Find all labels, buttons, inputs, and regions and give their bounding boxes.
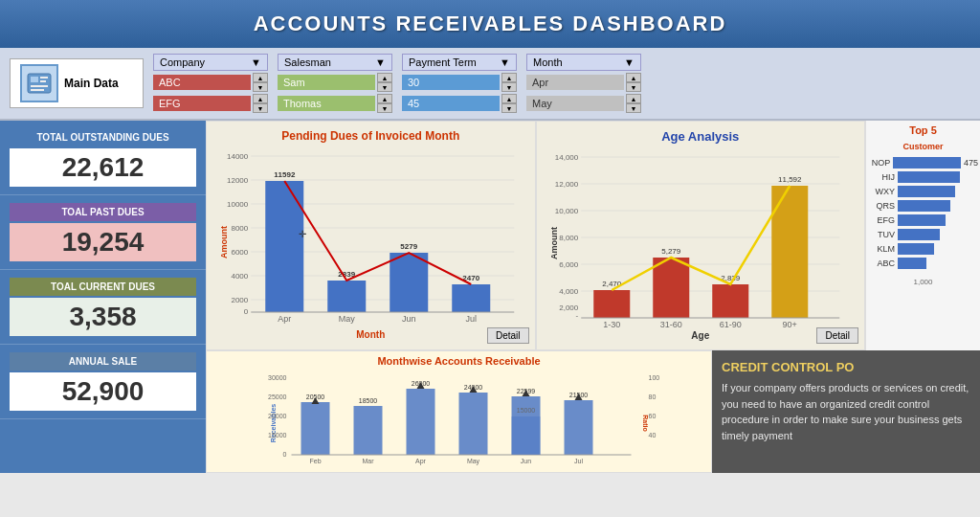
svg-rect-4 bbox=[31, 85, 48, 87]
main-content: TOTAL OUTSTANDING DUES 22,612 TOAL PAST … bbox=[0, 121, 980, 473]
svg-rect-73 bbox=[459, 393, 488, 455]
main-data-icon bbox=[20, 64, 58, 102]
svg-text:5279: 5279 bbox=[400, 242, 417, 251]
bar-31-60 bbox=[653, 258, 689, 318]
top5-bar-nop bbox=[893, 157, 961, 169]
payment-item-2[interactable]: 45 bbox=[402, 96, 500, 111]
stats-panel: TOTAL OUTSTANDING DUES 22,612 TOAL PAST … bbox=[0, 121, 206, 473]
top5-row-hij: HIJ bbox=[868, 171, 978, 183]
payment-item-1[interactable]: 30 bbox=[402, 75, 500, 90]
svg-text:Ratio: Ratio bbox=[642, 415, 649, 432]
svg-text:18500: 18500 bbox=[359, 397, 378, 404]
age-detail-button[interactable]: Detail bbox=[816, 327, 858, 344]
top-charts-row: Pending Dues of Invoiced Month Amount 14… bbox=[206, 121, 980, 350]
company-item-2[interactable]: EFG bbox=[153, 96, 251, 111]
svg-text:8,000: 8,000 bbox=[559, 234, 579, 242]
svg-text:Jul: Jul bbox=[465, 314, 477, 324]
svg-text:4,000: 4,000 bbox=[559, 287, 579, 296]
svg-text:60: 60 bbox=[649, 413, 657, 419]
main-data-button[interactable]: Main Data bbox=[10, 58, 144, 108]
credit-control-box: CREDIT CONTROL PO If your company offers… bbox=[712, 350, 980, 473]
bar-may bbox=[327, 281, 366, 312]
svg-text:Apr: Apr bbox=[415, 458, 427, 465]
svg-text:Jun: Jun bbox=[521, 458, 531, 464]
top5-bar-qrs bbox=[898, 200, 950, 212]
salesman-item-2[interactable]: Thomas bbox=[278, 96, 375, 111]
company-item-1[interactable]: ABC bbox=[153, 75, 251, 90]
top5-bar-tuv bbox=[898, 229, 940, 240]
svg-text:0: 0 bbox=[283, 451, 287, 458]
top5-row-abc: ABC bbox=[868, 258, 978, 269]
payment-term-filter-label: Payment Term ▼ bbox=[402, 54, 517, 71]
svg-text:11,592: 11,592 bbox=[778, 175, 802, 184]
past-dues-value: 19,254 bbox=[10, 223, 196, 261]
top5-row-wxy: WXY bbox=[868, 186, 978, 197]
svg-text:1-30: 1-30 bbox=[603, 320, 620, 329]
bar-1-30 bbox=[593, 290, 630, 318]
svg-rect-2 bbox=[40, 77, 48, 79]
age-analysis-svg: Amount 14,000 12,000 10,000 8,000 6,000 … bbox=[545, 147, 858, 334]
top5-x-axis: 1,000 bbox=[866, 276, 980, 288]
current-dues-label: TOAL CURRENT DUES bbox=[10, 278, 196, 296]
svg-text:6,000: 6,000 bbox=[559, 260, 579, 269]
annual-sale-label: ANNUAL SALE bbox=[10, 352, 196, 371]
svg-text:11592: 11592 bbox=[274, 170, 296, 179]
payment-term-filter: Payment Term ▼ 30 ▲▼ 45 ▲▼ bbox=[402, 54, 517, 113]
bottom-charts-row: Monthwise Accounts Receivable Receivable… bbox=[206, 350, 980, 473]
svg-text:30000: 30000 bbox=[268, 374, 287, 381]
svg-text:Amount: Amount bbox=[549, 227, 559, 259]
month-item-1[interactable]: Apr bbox=[526, 75, 624, 90]
credit-control-title: CREDIT CONTROL PO bbox=[722, 360, 970, 374]
top5-title: Top 5 bbox=[866, 121, 980, 140]
monthwise-svg: Receivables Ratio 30000 25000 20000 1500… bbox=[214, 371, 703, 466]
svg-text:12000: 12000 bbox=[227, 176, 249, 185]
annual-sale-value: 52,900 bbox=[10, 372, 196, 411]
svg-text:May: May bbox=[339, 314, 356, 324]
charts-area: Pending Dues of Invoiced Month Amount 14… bbox=[206, 121, 980, 473]
svg-text:May: May bbox=[467, 458, 480, 465]
svg-rect-77 bbox=[565, 400, 593, 455]
page-title: ACCOUNTS RECEIVABLES DASHBOARD bbox=[254, 11, 727, 35]
salesman-item-1[interactable]: Sam bbox=[278, 75, 375, 90]
svg-text:Amount: Amount bbox=[219, 226, 229, 258]
svg-text:31-60: 31-60 bbox=[659, 320, 681, 329]
svg-text:12,000: 12,000 bbox=[554, 180, 578, 189]
svg-text:40: 40 bbox=[649, 432, 657, 438]
trend-line bbox=[284, 181, 471, 284]
svg-text:6000: 6000 bbox=[231, 248, 248, 257]
svg-rect-5 bbox=[31, 89, 44, 91]
month-item-2[interactable]: May bbox=[526, 96, 624, 111]
svg-text:25000: 25000 bbox=[268, 393, 287, 400]
svg-text:Mar: Mar bbox=[362, 458, 374, 464]
top5-bar-hij bbox=[898, 171, 960, 183]
top5-row-klm: KLM bbox=[868, 243, 978, 255]
top5-bars: NOP 475 HIJ WXY QRS bbox=[866, 153, 980, 276]
svg-text:14000: 14000 bbox=[227, 152, 249, 161]
age-analysis-chart: Age Analysis Amount 14,000 12,000 10,000… bbox=[536, 121, 866, 350]
top5-row-tuv: TUV bbox=[868, 229, 978, 240]
svg-text:20000: 20000 bbox=[268, 413, 287, 419]
monthwise-title: Monthwise Accounts Receivable bbox=[214, 355, 703, 367]
past-dues-label: TOAL PAST DUES bbox=[10, 203, 196, 221]
company-filter: Company ▼ ABC ▲▼ EFG ▲▼ bbox=[153, 54, 268, 113]
toolbar: Main Data Company ▼ ABC ▲▼ EFG ▲▼ Salesm… bbox=[0, 48, 980, 121]
svg-text:Jul: Jul bbox=[574, 458, 583, 464]
pending-dues-svg: Amount 14000 12000 10000 8000 6000 4000 bbox=[214, 146, 527, 333]
svg-text:5,279: 5,279 bbox=[661, 247, 681, 256]
svg-rect-3 bbox=[40, 80, 46, 82]
annual-sale-block: ANNUAL SALE 52,900 bbox=[0, 345, 206, 419]
company-filter-label: Company ▼ bbox=[153, 54, 268, 71]
svg-text:80: 80 bbox=[649, 393, 657, 400]
pending-dues-title: Pending Dues of Invoiced Month bbox=[214, 129, 527, 143]
svg-rect-69 bbox=[354, 406, 383, 455]
svg-text:2000: 2000 bbox=[231, 296, 248, 304]
top5-row-qrs: QRS bbox=[868, 200, 978, 212]
monthwise-chart: Monthwise Accounts Receivable Receivable… bbox=[206, 350, 712, 473]
svg-text:4000: 4000 bbox=[231, 272, 248, 281]
bar-jun bbox=[390, 253, 428, 312]
svg-text:14,000: 14,000 bbox=[554, 153, 578, 162]
svg-text:10000: 10000 bbox=[227, 200, 249, 209]
pending-detail-button[interactable]: Detail bbox=[487, 327, 529, 344]
svg-text:15000: 15000 bbox=[268, 432, 287, 438]
bar-61-90 bbox=[712, 284, 748, 318]
